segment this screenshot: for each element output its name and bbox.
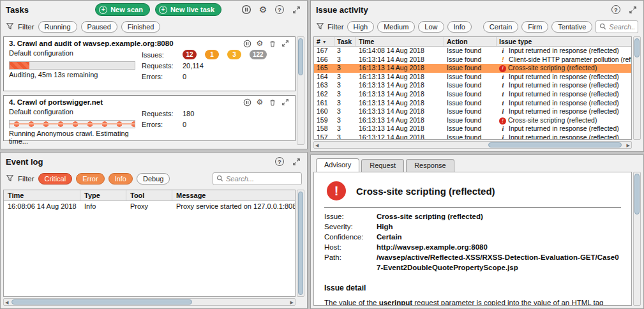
- tasks-title: Tasks: [6, 5, 29, 15]
- scroll-right-arrow-icon[interactable]: ▶: [627, 142, 630, 149]
- filter-chip-high[interactable]: High: [347, 21, 375, 33]
- column-header-message[interactable]: Message: [172, 190, 295, 200]
- event-log-help-icon[interactable]: [274, 156, 285, 167]
- burp-dashboard: Tasks New scan New live task ⚙: [0, 0, 644, 309]
- issue-activity-vertical-scrollbar[interactable]: [633, 36, 641, 140]
- issue-activity-horizontal-scrollbar[interactable]: ◀ ▶: [313, 141, 632, 149]
- tasks-filter-row: Filter Running Paused Finished: [1, 19, 307, 35]
- filter-chip-low[interactable]: Low: [418, 21, 444, 33]
- pause-task-icon[interactable]: [243, 98, 251, 107]
- advisory-vertical-scrollbar[interactable]: [633, 172, 641, 306]
- issue-row-selected[interactable]: 165316:13:13 14 Aug 2018Issue foundCross…: [314, 64, 631, 73]
- advisory-field-issue: Issue: Cross-site scripting (reflected): [324, 211, 621, 222]
- event-log-panel: Event log Filter Critical Error Info Deb…: [0, 152, 308, 309]
- tasks-settings-gear-icon[interactable]: ⚙: [257, 4, 269, 15]
- issue-row[interactable]: 159316:13:13 14 Aug 2018Issue foundCross…: [314, 116, 631, 125]
- column-header-action[interactable]: Action: [444, 37, 497, 46]
- filter-funnel-icon: [6, 173, 14, 185]
- event-log-expand-icon[interactable]: [290, 156, 302, 167]
- column-header-type[interactable]: Type: [80, 190, 126, 200]
- scroll-left-arrow-icon[interactable]: ◀: [315, 142, 318, 149]
- scrollbar-thumb[interactable]: [634, 174, 640, 215]
- filter-chip-debug[interactable]: Debug: [137, 173, 170, 185]
- task-settings-gear-icon[interactable]: ⚙: [255, 39, 264, 48]
- column-header-time[interactable]: Time: [356, 37, 444, 46]
- pause-all-tasks-icon[interactable]: [241, 4, 252, 15]
- scrollbar-thumb[interactable]: [298, 192, 303, 295]
- issue-activity-help-icon[interactable]: [610, 4, 622, 15]
- event-log-vertical-scrollbar[interactable]: [297, 190, 304, 297]
- high-severity-icon: [499, 65, 506, 72]
- task-card-portswigger[interactable]: 4. Crawl of portswigger.net ⚙ Default co…: [3, 95, 296, 141]
- filter-chip-certain[interactable]: Certain: [483, 21, 518, 33]
- expand-task-icon[interactable]: [281, 39, 290, 48]
- filter-chip-info[interactable]: Info: [447, 21, 472, 33]
- issue-table-header: # ▼ Task Time Action Issue type: [314, 37, 631, 47]
- filter-chip-firm[interactable]: Firm: [521, 21, 548, 33]
- delete-task-trash-icon[interactable]: [268, 98, 277, 107]
- issue-row[interactable]: 160316:13:13 14 Aug 2018Issue foundInput…: [314, 107, 631, 116]
- scrollbar-thumb[interactable]: [634, 38, 640, 57]
- task-progress-bar: [9, 61, 135, 70]
- task-settings-gear-icon[interactable]: ⚙: [255, 98, 264, 107]
- column-header-task[interactable]: Task: [334, 37, 356, 46]
- event-log-row[interactable]: 16:08:06 14 Aug 2018 Info Proxy Proxy se…: [4, 201, 295, 211]
- filter-chip-running[interactable]: Running: [38, 21, 77, 33]
- issue-row[interactable]: 164316:13:13 14 Aug 2018Issue foundInput…: [314, 73, 631, 82]
- filter-chip-critical[interactable]: Critical: [38, 173, 73, 185]
- tasks-help-icon[interactable]: [274, 4, 285, 15]
- issue-row[interactable]: 162316:13:13 14 Aug 2018Issue foundInput…: [314, 90, 631, 99]
- scroll-left-arrow-icon[interactable]: ◀: [5, 299, 8, 306]
- tasks-expand-icon[interactable]: [290, 4, 302, 15]
- requests-value: 20,114: [183, 62, 204, 70]
- column-header-number[interactable]: # ▼: [314, 37, 334, 46]
- scrollbar-thumb[interactable]: [298, 38, 303, 75]
- issue-activity-table: # ▼ Task Time Action Issue type 167316:1…: [313, 36, 632, 140]
- column-header-time[interactable]: Time: [4, 190, 80, 200]
- tab-request[interactable]: Request: [361, 159, 404, 172]
- filter-chip-finished[interactable]: Finished: [121, 21, 161, 33]
- filter-funnel-icon: [6, 21, 14, 33]
- event-log-horizontal-scrollbar[interactable]: ◀ ▶: [3, 298, 296, 306]
- column-header-tool[interactable]: Tool: [126, 190, 172, 200]
- event-log-search[interactable]: [213, 172, 302, 185]
- tab-response[interactable]: Response: [406, 159, 454, 172]
- advisory-field-path: Path: /wavsep/active/Reflected-XSS/RXSS-…: [324, 252, 621, 273]
- filter-chip-medium[interactable]: Medium: [377, 21, 415, 33]
- task-card-wavsep[interactable]: 3. Crawl and audit of wavsep.example.org…: [3, 36, 296, 91]
- issue-row[interactable]: 167316:14:08 14 Aug 2018Issue foundInput…: [314, 47, 631, 56]
- issue-activity-search-input[interactable]: [609, 23, 634, 31]
- tab-advisory[interactable]: Advisory: [316, 158, 359, 172]
- event-log-search-input[interactable]: [226, 175, 298, 183]
- issue-row[interactable]: 157316:13:12 14 Aug 2018Issue foundInput…: [314, 133, 631, 140]
- issue-activity-expand-icon[interactable]: [627, 4, 638, 15]
- pause-task-icon[interactable]: [243, 39, 251, 48]
- event-log-header: Event log: [1, 153, 307, 170]
- expand-task-icon[interactable]: [281, 98, 290, 107]
- scrollbar-thumb[interactable]: [488, 142, 622, 147]
- task-status: Running Anonymous crawl. Estimating time…: [9, 130, 135, 145]
- filter-chip-tentative[interactable]: Tentative: [551, 21, 592, 33]
- task-title: 4. Crawl of portswigger.net: [9, 98, 239, 106]
- new-scan-button[interactable]: New scan: [95, 3, 150, 16]
- issue-activity-search[interactable]: [595, 20, 638, 33]
- sort-descending-icon: ▼: [322, 40, 327, 44]
- issue-row[interactable]: 161316:13:13 14 Aug 2018Issue foundInput…: [314, 99, 631, 108]
- issue-row[interactable]: 163316:13:13 14 Aug 2018Issue foundInput…: [314, 81, 631, 90]
- event-log-table-header: Time Type Tool Message: [4, 190, 295, 201]
- advisory-field-host: Host: http://wavsep.example.org:8080: [324, 242, 621, 252]
- filter-chip-paused[interactable]: Paused: [81, 21, 117, 33]
- filter-chip-error[interactable]: Error: [76, 173, 104, 185]
- event-log-title: Event log: [6, 157, 43, 167]
- scrollbar-thumb[interactable]: [11, 299, 192, 305]
- delete-task-trash-icon[interactable]: [268, 39, 277, 48]
- scroll-right-arrow-icon[interactable]: ▶: [290, 299, 294, 306]
- column-header-issue-type[interactable]: Issue type: [497, 37, 631, 46]
- filter-chip-info[interactable]: Info: [109, 173, 133, 185]
- new-live-task-button[interactable]: New live task: [155, 3, 221, 16]
- tasks-vertical-scrollbar[interactable]: [297, 36, 304, 145]
- issue-row[interactable]: 158316:13:13 14 Aug 2018Issue foundInput…: [314, 124, 631, 133]
- errors-label: Errors:: [142, 73, 183, 80]
- advisory-title: Cross-site scripting (reflected): [356, 186, 495, 197]
- issue-row[interactable]: 166316:13:14 14 Aug 2018Issue foundClien…: [314, 56, 631, 64]
